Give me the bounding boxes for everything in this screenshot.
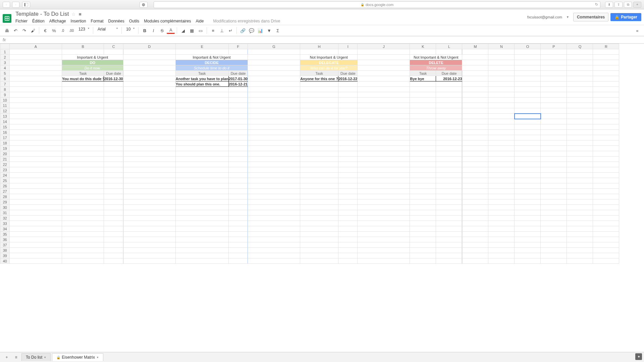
cell-H32[interactable] [300, 216, 338, 221]
cell-C33[interactable] [104, 221, 123, 226]
cell-D29[interactable] [123, 199, 175, 205]
cell-H37[interactable] [300, 242, 338, 248]
cell-M13[interactable] [462, 114, 488, 119]
cell-L31[interactable] [436, 210, 462, 216]
cell-O13[interactable] [515, 114, 541, 119]
cell-R31[interactable] [593, 210, 619, 216]
cell-K32[interactable] [410, 216, 436, 221]
cell-F6[interactable]: 2017-01-30 [228, 76, 248, 81]
cell-E19[interactable] [175, 146, 228, 151]
cell-G38[interactable] [248, 248, 300, 253]
cell-Q6[interactable] [567, 76, 593, 81]
cell-E38[interactable] [175, 248, 228, 253]
cell-J23[interactable] [358, 167, 410, 173]
downloads-button[interactable]: ⬇ [605, 2, 613, 8]
cell-A14[interactable] [10, 119, 62, 124]
cell-M40[interactable] [462, 258, 488, 264]
cell-F25[interactable] [228, 178, 248, 183]
cell-P29[interactable] [541, 199, 567, 205]
cell-G9[interactable] [248, 92, 300, 98]
cell-H20[interactable] [300, 151, 338, 157]
cell-P31[interactable] [541, 210, 567, 216]
tab-eisenhower[interactable]: 🔒Eisenhower Matrix ▼ [52, 353, 103, 361]
cell-G21[interactable] [248, 157, 300, 162]
cell-J37[interactable] [358, 242, 410, 248]
cell-P6[interactable] [541, 76, 567, 81]
cell-M34[interactable] [462, 226, 488, 232]
cell-N30[interactable] [488, 205, 515, 210]
cell-E18[interactable] [175, 140, 228, 146]
cell-M5[interactable] [462, 71, 488, 76]
cell-G7[interactable] [248, 81, 300, 87]
cell-D34[interactable] [123, 226, 175, 232]
cell-L40[interactable] [436, 258, 462, 264]
cell-R40[interactable] [593, 258, 619, 264]
cell-G10[interactable] [248, 98, 300, 103]
cell-B34[interactable] [62, 226, 104, 232]
cell-J14[interactable] [358, 119, 410, 124]
cell-C9[interactable] [104, 92, 123, 98]
cell-E24[interactable] [175, 173, 228, 178]
cell-C26[interactable] [104, 183, 123, 189]
row-15[interactable]: 15 [0, 124, 10, 130]
cell-P27[interactable] [541, 189, 567, 194]
cell-C35[interactable] [104, 232, 123, 237]
cell-I20[interactable] [338, 151, 358, 157]
percent-button[interactable]: % [50, 26, 58, 35]
cell-E2[interactable]: Important & Not Urgent [175, 55, 248, 60]
cell-O18[interactable] [515, 140, 541, 146]
cell-C22[interactable] [104, 162, 123, 167]
share-button[interactable]: 🔒Partager [610, 13, 641, 21]
cell-C5[interactable]: Due date [104, 71, 123, 76]
cell-N6[interactable] [488, 76, 515, 81]
row-23[interactable]: 23 [0, 167, 10, 173]
cell-F11[interactable] [228, 103, 248, 108]
cell-J11[interactable] [358, 103, 410, 108]
cell-P23[interactable] [541, 167, 567, 173]
cell-C27[interactable] [104, 189, 123, 194]
cell-Q14[interactable] [567, 119, 593, 124]
cell-H2[interactable]: Not Important & Urgent [300, 55, 358, 60]
cell-L34[interactable] [436, 226, 462, 232]
cell-P39[interactable] [541, 253, 567, 258]
cell-O9[interactable] [515, 92, 541, 98]
cell-R35[interactable] [593, 232, 619, 237]
cell-Q34[interactable] [567, 226, 593, 232]
cell-E16[interactable] [175, 130, 228, 135]
cell-A35[interactable] [10, 232, 62, 237]
cell-F34[interactable] [228, 226, 248, 232]
valign-button[interactable]: ⊥ [218, 26, 226, 35]
cell-H18[interactable] [300, 140, 338, 146]
cell-J31[interactable] [358, 210, 410, 216]
cell-L6[interactable]: 2016-12-23 [436, 76, 462, 81]
cell-A12[interactable] [10, 108, 62, 114]
cell-C13[interactable] [104, 114, 123, 119]
cell-N22[interactable] [488, 162, 515, 167]
row-24[interactable]: 24 [0, 173, 10, 178]
cell-I14[interactable] [338, 119, 358, 124]
cell-M37[interactable] [462, 242, 488, 248]
cell-J3[interactable] [358, 60, 410, 65]
cell-N24[interactable] [488, 173, 515, 178]
cell-E34[interactable] [175, 226, 228, 232]
cell-Q38[interactable] [567, 248, 593, 253]
cell-O15[interactable] [515, 124, 541, 130]
col-M[interactable]: M [462, 44, 488, 49]
cell-J28[interactable] [358, 194, 410, 199]
cell-M33[interactable] [462, 221, 488, 226]
cell-M12[interactable] [462, 108, 488, 114]
cell-A37[interactable] [10, 242, 62, 248]
cell-L28[interactable] [436, 194, 462, 199]
cell-D9[interactable] [123, 92, 175, 98]
filter-button[interactable]: ▼ [265, 26, 273, 35]
url-bar[interactable]: 🔒 docs.google.com ↻ [154, 1, 600, 8]
cell-R34[interactable] [593, 226, 619, 232]
cell-A20[interactable] [10, 151, 62, 157]
cell-D25[interactable] [123, 178, 175, 183]
cell-I11[interactable] [338, 103, 358, 108]
col-I[interactable]: I [338, 44, 358, 49]
cell-G29[interactable] [248, 199, 300, 205]
cell-M18[interactable] [462, 140, 488, 146]
cell-O11[interactable] [515, 103, 541, 108]
col-O[interactable]: O [515, 44, 541, 49]
